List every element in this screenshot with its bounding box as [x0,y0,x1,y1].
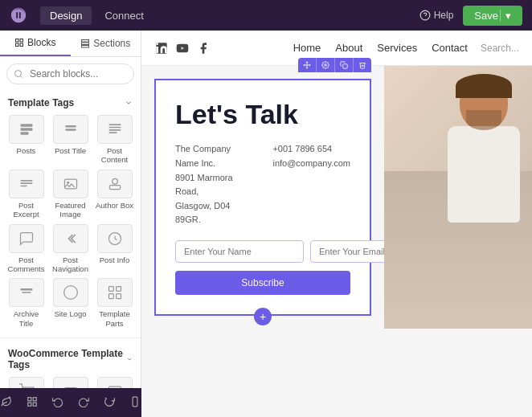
svg-rect-49 [133,397,137,407]
nav-about[interactable]: About [335,42,362,54]
preview-content: Let's Talk The Company Name Inc. 8901 Ma… [141,66,532,329]
template-tags-chevron[interactable] [125,99,133,107]
help-icon [419,10,431,21]
svg-point-53 [156,43,158,45]
block-title: Let's Talk [175,100,350,129]
svg-rect-48 [33,403,36,406]
redo-tool[interactable] [78,396,89,410]
svg-rect-52 [156,47,158,53]
woocommerce-header: WooCommerce Template Tags [0,341,141,374]
list-item[interactable]: Posts [6,115,46,165]
template-tags-grid: Posts Post Title Post Content [0,112,141,334]
connect-tab[interactable]: Connect [95,6,153,25]
sections-icon [80,39,90,48]
svg-rect-45 [28,397,31,400]
linkedin-icon[interactable] [154,41,169,55]
name-input[interactable] [175,240,304,263]
undo-tool[interactable] [52,396,63,410]
list-item[interactable]: Post Excerpt [6,170,46,219]
list-item[interactable]: Archive Title [6,278,46,328]
contact-address: The Company Name Inc. 8901 Marmora Road,… [175,142,256,227]
svg-point-57 [325,64,327,67]
svg-rect-30 [108,287,113,292]
top-bar: Design Connect Help Save ▾ [0,0,532,31]
svg-line-27 [115,239,117,240]
save-dropdown-arrow[interactable]: ▾ [500,10,511,22]
design-tab[interactable]: Design [40,6,92,25]
svg-rect-29 [22,292,31,294]
list-item[interactable]: Post Comments [6,224,46,274]
divider [0,337,141,338]
svg-rect-21 [64,179,76,189]
list-item[interactable]: Post Content [95,115,134,165]
delete-tool[interactable] [353,58,371,72]
nav-services[interactable]: Services [377,42,417,54]
leaf-tool[interactable] [1,396,12,410]
svg-rect-31 [116,287,121,292]
grid-tool[interactable] [27,396,38,410]
website-preview: Home About Services Contact Search... [141,31,532,417]
svg-rect-46 [33,397,36,400]
blocks-icon [14,38,24,47]
youtube-icon[interactable] [175,41,190,55]
contact-block[interactable]: Let's Talk The Company Name Inc. 8901 Ma… [154,79,371,316]
svg-rect-17 [108,132,117,133]
top-bar-right: Help Save ▾ [419,6,522,26]
canvas-area: Home About Services Contact Search... [141,31,532,417]
bottom-toolbar [0,388,141,417]
list-item[interactable]: Template Parts [95,278,134,328]
svg-point-23 [112,178,117,184]
list-item[interactable]: Featured Image [51,170,90,219]
svg-rect-6 [82,40,89,43]
svg-rect-9 [20,124,32,126]
sidebar-tabs: Blocks Sections [0,31,141,57]
help-button[interactable]: Help [419,10,454,21]
move-tool[interactable] [298,58,316,72]
list-item[interactable]: Site Logo [51,278,90,328]
sidebar: Blocks Sections Template Tags [0,31,141,417]
refresh-tool[interactable] [104,396,115,410]
svg-rect-32 [108,294,113,299]
svg-rect-58 [343,64,347,68]
nav-search: Search... [481,43,519,54]
nav-links: Home About Services Contact [293,42,468,54]
svg-rect-47 [28,403,31,406]
blocks-tab[interactable]: Blocks [0,31,71,56]
svg-rect-18 [20,180,32,182]
search-area [0,57,141,91]
top-bar-tabs: Design Connect [40,6,153,25]
list-item[interactable]: Post Info [95,224,134,274]
svg-rect-15 [108,127,121,129]
duplicate-tool[interactable] [334,58,353,72]
contact-details: +001 7896 654 info@company.com [272,142,350,227]
list-item[interactable]: Author Box [95,170,134,219]
add-block-button[interactable]: + [254,308,272,325]
svg-rect-13 [65,129,76,131]
settings-tool[interactable] [316,58,334,72]
template-tags-header: Template Tags [0,91,141,112]
preview-image-area [384,66,532,329]
facebook-icon[interactable] [196,41,211,55]
svg-rect-2 [16,39,19,43]
woocommerce-chevron[interactable] [126,355,133,363]
search-input[interactable] [6,63,134,84]
logo-icon [10,6,27,24]
help-label: Help [434,10,454,21]
svg-rect-12 [65,125,76,128]
svg-rect-14 [108,124,121,125]
svg-rect-19 [20,182,32,184]
save-button[interactable]: Save ▾ [463,6,522,26]
mobile-tool[interactable] [129,396,141,410]
svg-rect-11 [20,132,28,134]
svg-rect-20 [20,185,27,186]
list-item[interactable]: Post Navigation [51,224,90,274]
svg-rect-28 [20,288,32,291]
subscribe-button[interactable]: Subscribe [175,271,350,295]
list-item[interactable]: Post Title [51,115,90,165]
svg-rect-8 [82,46,89,48]
sections-tab[interactable]: Sections [71,31,141,56]
nav-social [154,41,211,55]
nav-contact[interactable]: Contact [432,42,468,54]
sidebar-content: Template Tags Posts Post Title [0,91,141,417]
nav-home[interactable]: Home [293,42,321,54]
